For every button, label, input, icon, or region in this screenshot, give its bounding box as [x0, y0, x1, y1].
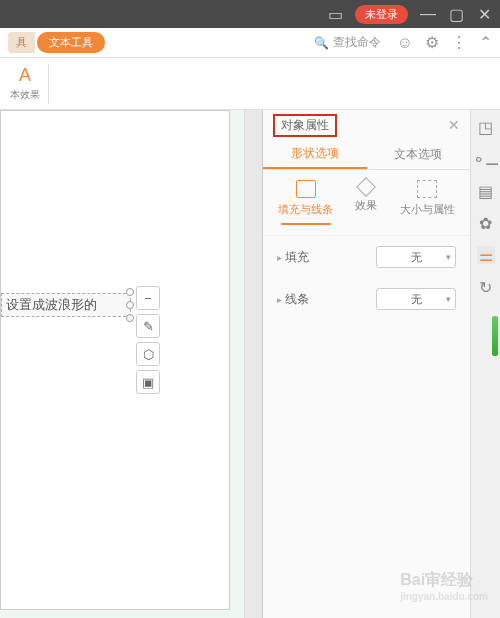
- panel-tabs: 形状选项 文本选项: [263, 140, 470, 170]
- line-select[interactable]: 无: [376, 288, 456, 310]
- fill-select[interactable]: 无: [376, 246, 456, 268]
- sidebar-adjust-icon[interactable]: ⚌: [477, 246, 495, 264]
- side-toolbar: ◳ ⚬⚊ ▤ ✿ ⚌ ↻: [470, 110, 500, 618]
- edit-button[interactable]: ✎: [136, 314, 160, 338]
- scroll-indicator[interactable]: [492, 316, 498, 356]
- command-search[interactable]: 🔍 查找命令: [314, 34, 381, 51]
- resize-handle[interactable]: [126, 314, 134, 322]
- watermark-main: Bai审经验: [400, 571, 473, 588]
- toolbar: 具 文本工具 🔍 查找命令 ☺ ⚙ ⋮ ⌃: [0, 28, 500, 58]
- option-size-prop[interactable]: 大小与属性: [400, 180, 455, 225]
- option-row: 填充与线条 效果 大小与属性: [263, 170, 470, 236]
- panel-close-icon[interactable]: ✕: [448, 117, 460, 133]
- minimize-icon[interactable]: —: [420, 6, 436, 22]
- floating-toolbar: − ✎ ⬡ ▣: [136, 286, 160, 394]
- option-effect[interactable]: 效果: [355, 180, 377, 225]
- fill-line-icon: [296, 180, 316, 198]
- smile-icon[interactable]: ☺: [397, 34, 413, 52]
- selected-textbox[interactable]: 设置成波浪形的: [1, 293, 131, 317]
- tab-shape-options[interactable]: 形状选项: [263, 140, 367, 169]
- watermark-sub: jingyan.baidu.com: [400, 591, 488, 602]
- panel-header: 对象属性 ✕: [263, 110, 470, 140]
- tab-prev[interactable]: 具: [8, 32, 35, 53]
- fill-property-row: 填充 无: [263, 236, 470, 278]
- sidebar-history-icon[interactable]: ↻: [477, 278, 495, 296]
- search-placeholder: 查找命令: [333, 34, 381, 51]
- shape-button[interactable]: ⬡: [136, 342, 160, 366]
- toolbar-right: ☺ ⚙ ⋮ ⌃: [397, 33, 492, 52]
- line-property-row: 线条 无: [263, 278, 470, 320]
- main-area: 设置成波浪形的 − ✎ ⬡ ▣ 对象属性 ✕ 形状选项 文本选项 填充与线条: [0, 110, 500, 618]
- sidebar-shape-icon[interactable]: ◳: [477, 118, 495, 136]
- window-layout-icon[interactable]: ▭: [327, 6, 343, 22]
- login-badge[interactable]: 未登录: [355, 5, 408, 24]
- close-icon[interactable]: ✕: [476, 6, 492, 22]
- search-icon: 🔍: [314, 36, 329, 50]
- layout-button[interactable]: ▣: [136, 370, 160, 394]
- size-icon: [417, 180, 437, 198]
- sidebar-settings-icon[interactable]: ✿: [477, 214, 495, 232]
- panel-title: 对象属性: [273, 114, 337, 137]
- canvas-area[interactable]: 设置成波浪形的 − ✎ ⬡ ▣: [0, 110, 245, 618]
- sidebar-share-icon[interactable]: ⚬⚊: [477, 150, 495, 168]
- more-icon[interactable]: ⋮: [451, 33, 467, 52]
- watermark: Bai审经验 jingyan.baidu.com: [400, 570, 488, 602]
- tab-text-options[interactable]: 文本选项: [367, 140, 471, 169]
- effect-icon: [357, 177, 377, 197]
- option-label: 填充与线条: [278, 202, 333, 217]
- text-effect-icon: A: [19, 65, 31, 86]
- vertical-ruler: [245, 110, 263, 618]
- tab-text-tool[interactable]: 文本工具: [37, 32, 105, 53]
- option-label: 大小与属性: [400, 202, 455, 217]
- ribbon-separator: [48, 64, 49, 104]
- resize-handle[interactable]: [126, 288, 134, 296]
- canvas-page[interactable]: 设置成波浪形的: [0, 110, 230, 610]
- resize-handle[interactable]: [126, 301, 134, 309]
- ribbon: A 本效果: [0, 58, 500, 110]
- fill-label[interactable]: 填充: [277, 249, 366, 266]
- option-fill-line[interactable]: 填充与线条: [278, 180, 333, 225]
- properties-panel: 对象属性 ✕ 形状选项 文本选项 填充与线条 效果 大小与属性 填充 无: [263, 110, 470, 618]
- sidebar-clipboard-icon[interactable]: ▤: [477, 182, 495, 200]
- titlebar: ▭ 未登录 — ▢ ✕: [0, 0, 500, 28]
- active-underline: [281, 223, 331, 225]
- zoom-out-button[interactable]: −: [136, 286, 160, 310]
- maximize-icon[interactable]: ▢: [448, 6, 464, 22]
- collapse-icon[interactable]: ⌃: [479, 33, 492, 52]
- gear-icon[interactable]: ⚙: [425, 33, 439, 52]
- text-effect-label: 本效果: [10, 88, 40, 102]
- line-label[interactable]: 线条: [277, 291, 366, 308]
- option-label: 效果: [355, 198, 377, 213]
- text-effect-button[interactable]: A 本效果: [4, 65, 46, 102]
